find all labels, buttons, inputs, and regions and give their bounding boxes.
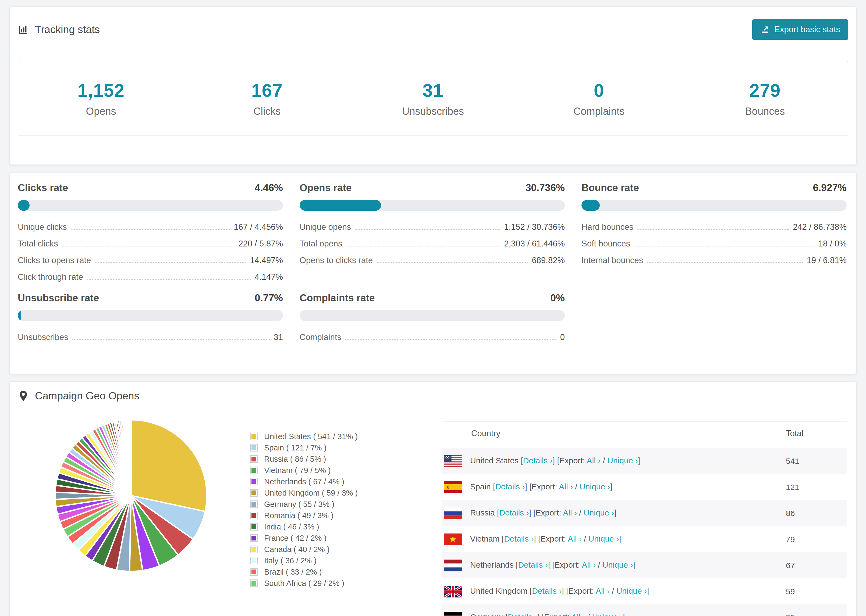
dotted-leader (376, 262, 528, 263)
rate-detail-label: Unique clicks (18, 222, 67, 232)
rate-detail-label: Total opens (299, 239, 342, 248)
rate-rows: Hard bounces242 / 86.738%Soft bounces18 … (581, 219, 847, 269)
export-unique-link[interactable]: Unique › (589, 534, 619, 543)
export-unique-link[interactable]: Unique › (579, 482, 610, 491)
geo-title: Campaign Geo Opens (18, 390, 139, 402)
flag-vn-icon (444, 533, 462, 545)
details-link[interactable]: Details › (523, 456, 553, 465)
export-all-link[interactable]: All › (587, 456, 601, 465)
details-link[interactable]: Details › (504, 534, 534, 543)
legend-item: Italy ( 36 / 2% ) (251, 555, 442, 566)
details-link[interactable]: Details › (518, 560, 548, 569)
export-all-link[interactable]: All › (559, 482, 573, 491)
export-all-link[interactable]: All › (572, 612, 586, 616)
geo-table: Country Total United States [Details ›] … (442, 421, 847, 616)
bracket: ] (633, 560, 635, 569)
geo-table-row-es: Spain [Details ›] [Export: All › / Uniqu… (442, 474, 847, 500)
rates-card: Clicks rate4.46%Unique clicks167 / 4.456… (9, 172, 857, 374)
country-cell: United States [Details ›] [Export: All ›… (442, 448, 786, 474)
legend-item: Vietnam ( 79 / 5% ) (251, 465, 442, 476)
legend-item: United Kingdom ( 59 / 3% ) (251, 487, 442, 498)
bracket: ] (619, 534, 621, 543)
legend-label: India ( 46 / 3% ) (264, 522, 319, 531)
country-name: Netherlands (470, 560, 514, 569)
country-name: United States (470, 456, 518, 465)
rate-detail-row: Opens to clicks rate689.82% (299, 252, 565, 269)
slash: / (584, 534, 586, 543)
flag-ru-icon (444, 508, 462, 519)
legend-swatch (251, 456, 257, 462)
export-unique-link[interactable]: Unique › (592, 612, 623, 616)
export-basic-stats-button[interactable]: Export basic stats (752, 19, 848, 40)
clicks-rate-block: Clicks rate4.46%Unique clicks167 / 4.456… (18, 182, 283, 285)
export-unique-link[interactable]: Unique › (602, 560, 633, 569)
rate-rows: Unique opens1,152 / 30.736%Total opens2,… (299, 219, 565, 269)
progress-bar-fill (299, 200, 381, 211)
rates-grid: Clicks rate4.46%Unique clicks167 / 4.456… (18, 182, 848, 346)
legend-swatch (251, 433, 257, 440)
export-unique-link[interactable]: Unique › (616, 586, 647, 595)
legend-swatch (251, 546, 257, 553)
rate-detail-value: 0 (560, 332, 565, 342)
country-total: 59 (786, 578, 847, 605)
rate-detail-value: 167 / 4.456% (234, 222, 283, 232)
rate-detail-label: Unsubscribes (18, 332, 68, 342)
country-total: 55 (786, 605, 847, 616)
rate-detail-label: Hard bounces (581, 222, 633, 232)
dotted-leader (637, 229, 789, 230)
stat-label: Opens (86, 105, 116, 117)
rate-rows: Unsubscribes31 (18, 329, 283, 346)
export-all-link[interactable]: All › (582, 560, 596, 569)
rate-value: 30.736% (526, 182, 565, 193)
dotted-leader (94, 262, 246, 263)
rate-value: 6.927% (813, 182, 847, 193)
export-all-link[interactable]: All › (596, 586, 610, 595)
dotted-leader (71, 229, 230, 230)
geo-table-header-total: Total (786, 421, 847, 448)
bounce-rate-block: Bounce rate6.927%Hard bounces242 / 86.73… (581, 182, 847, 285)
rate-detail-row: Clicks to opens rate14.497% (18, 252, 283, 269)
geo-pie-legend: United States ( 541 / 31% )Spain ( 121 /… (251, 431, 442, 589)
rate-head: Clicks rate4.46% (18, 182, 283, 193)
details-link[interactable]: Details › (495, 482, 525, 491)
flag-nl-icon (444, 559, 462, 571)
dotted-leader (72, 339, 270, 340)
rate-detail-row: Complaints0 (299, 329, 565, 346)
export-unique-link[interactable]: Unique › (584, 508, 614, 517)
rate-title: Clicks rate (18, 182, 68, 193)
page: Tracking stats Export basic stats 1,152O… (0, 0, 866, 616)
details-link[interactable]: Details › (532, 586, 562, 595)
geo-table-row-nl: Netherlands [Details ›] [Export: All › /… (442, 552, 847, 578)
bracket: ] (537, 612, 540, 616)
legend-item: Germany ( 55 / 3% ) (251, 498, 442, 510)
bracket: ] (623, 612, 625, 616)
rate-detail-row: Unique clicks167 / 4.456% (18, 219, 283, 236)
stat-box-bounces: 279Bounces (682, 61, 848, 135)
legend-item: France ( 42 / 2% ) (251, 533, 442, 544)
legend-label: Germany ( 55 / 3% ) (264, 500, 334, 509)
rate-detail-row: Internal bounces19 / 6.81% (581, 252, 847, 269)
country-total: 86 (786, 500, 847, 526)
progress-bar-track (18, 310, 283, 321)
bracket: ] (548, 560, 550, 569)
export-all-link[interactable]: All › (563, 508, 577, 517)
campaign-geo-opens-card: Campaign Geo Opens United States ( 541 /… (9, 381, 857, 616)
stat-value: 167 (252, 80, 283, 101)
country-cell: Germany [Details ›] [Export: All › / Uni… (442, 605, 786, 616)
tracking-stats-card: Tracking stats Export basic stats 1,152O… (9, 6, 857, 165)
legend-label: United Kingdom ( 59 / 3% ) (264, 489, 358, 498)
export-all-link[interactable]: All › (568, 534, 582, 543)
rate-detail-value: 14.497% (250, 256, 283, 265)
rate-detail-row: Unsubscribes31 (18, 329, 283, 346)
opens-rate-block: Opens rate30.736%Unique opens1,152 / 30.… (299, 182, 565, 285)
slash: / (579, 508, 581, 517)
stat-value: 279 (749, 80, 781, 101)
details-link[interactable]: Details › (508, 612, 537, 616)
details-link[interactable]: Details › (499, 508, 529, 517)
legend-item: Canada ( 40 / 2% ) (251, 544, 442, 555)
tracking-stats-title-text: Tracking stats (35, 24, 100, 36)
flag-gb-icon (444, 586, 462, 597)
country-cell: Netherlands [Details ›] [Export: All › /… (442, 552, 786, 578)
export-unique-link[interactable]: Unique › (607, 456, 638, 465)
bracket: ] (525, 482, 527, 491)
